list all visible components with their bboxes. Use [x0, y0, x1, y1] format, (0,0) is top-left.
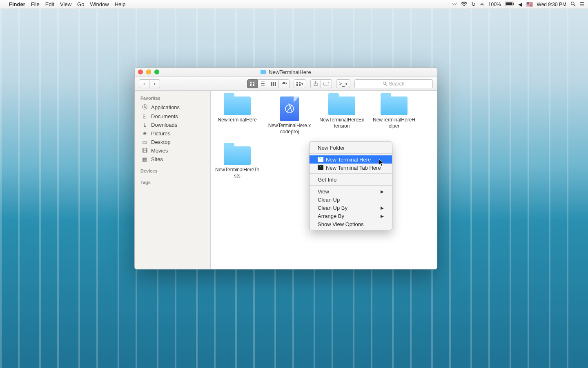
zoom-button[interactable] [154, 70, 159, 74]
menu-item-label: New Terminal Tab Here [326, 165, 381, 171]
menubar-clock[interactable]: Wed 9:30 PM [537, 2, 566, 7]
sidebar-item-applications[interactable]: ⒶApplications [135, 102, 210, 112]
menubar-item-edit[interactable]: Edit [45, 1, 54, 7]
volume-icon[interactable]: ◀ [518, 1, 522, 7]
minimize-button[interactable] [146, 70, 151, 74]
notification-center-icon[interactable]: ☰ [580, 1, 585, 7]
movies-icon: 🎞 [141, 148, 148, 154]
svg-point-21 [383, 82, 386, 84]
file-item[interactable]: NewTerminalHereHelper [372, 96, 416, 135]
menu-item-clean-up[interactable]: Clean Up [310, 195, 392, 204]
svg-rect-15 [296, 82, 298, 83]
view-columns-button[interactable] [268, 79, 279, 88]
folder-icon [328, 96, 355, 115]
menu-item-new-terminal-here[interactable]: New Terminal Here [310, 155, 392, 164]
folder-icon [224, 146, 251, 165]
view-list-button[interactable]: ☰ [258, 79, 268, 88]
svg-rect-12 [283, 82, 285, 84]
menu-item-label: View [318, 188, 329, 195]
sidebar-item-movies[interactable]: 🎞Movies [135, 146, 210, 155]
file-label: NewTerminalHereTests [215, 167, 260, 179]
sidebar-header-devices: Devices [135, 167, 210, 175]
menu-item-new-folder[interactable]: New Folder [310, 144, 392, 152]
svg-rect-10 [273, 82, 274, 86]
menu-item-new-terminal-tab-here[interactable]: New Terminal Tab Here [310, 164, 392, 172]
share-button[interactable] [310, 79, 321, 88]
menubar-item-window[interactable]: Window [90, 1, 109, 7]
sidebar-item-label: Movies [151, 148, 168, 154]
menu-item-show-view-options[interactable]: Show View Options [310, 220, 392, 228]
menu-item-get-info[interactable]: Get Info [310, 175, 392, 184]
svg-rect-20 [323, 82, 329, 85]
battery-icon[interactable] [505, 1, 514, 7]
sidebar-header-tags: Tags [135, 178, 210, 186]
close-button[interactable] [138, 70, 143, 74]
tags-button[interactable] [321, 79, 332, 88]
search-input[interactable]: Search [354, 79, 433, 88]
submenu-arrow-icon: ▶ [381, 189, 384, 194]
bluetooth-icon[interactable]: ✳ [480, 1, 484, 7]
menubar-item-file[interactable]: File [31, 1, 40, 7]
sidebar-item-pictures[interactable]: ✷Pictures [135, 129, 210, 138]
svg-line-22 [385, 84, 387, 85]
pictures-icon: ✷ [141, 130, 148, 137]
menu-item-clean-up-by[interactable]: Clean Up By▶ [310, 204, 392, 212]
back-button[interactable]: ‹ [139, 79, 149, 88]
svg-rect-18 [299, 84, 301, 86]
svg-rect-5 [250, 82, 252, 83]
applications-icon: Ⓐ [141, 103, 148, 111]
spotlight-icon[interactable] [570, 1, 576, 8]
sidebar-item-label: Applications [151, 104, 180, 110]
svg-rect-9 [271, 82, 272, 86]
sidebar-item-label: Pictures [151, 130, 170, 137]
menu-item-label: Clean Up By [318, 205, 347, 211]
svg-rect-7 [250, 84, 252, 86]
svg-line-4 [574, 4, 575, 6]
file-item[interactable]: NewTerminalHere [215, 96, 260, 135]
sidebar-item-documents[interactable]: ⎘Documents [135, 112, 210, 121]
wifi-icon[interactable] [461, 1, 467, 7]
action-button[interactable]: >_ ▾ [336, 79, 350, 88]
battery-percent[interactable]: 100% [488, 2, 501, 7]
menu-item-arrange-by[interactable]: Arrange By▶ [310, 212, 392, 220]
xcodeproj-icon [280, 96, 299, 121]
input-flag-icon[interactable]: 🇺🇸 [526, 1, 533, 7]
toolbar: ‹ › ☰ ▾ >_ ▾ Search [135, 77, 437, 91]
downloads-icon: ⤓ [141, 122, 148, 128]
arrange-button[interactable]: ▾ [294, 79, 306, 88]
view-coverflow-button[interactable] [279, 79, 290, 88]
sidebar: Favorites ⒶApplications ⎘Documents ⤓Down… [135, 91, 211, 269]
file-item[interactable]: NewTerminalHereExtension [319, 96, 364, 135]
menubar-app-name[interactable]: Finder [9, 1, 25, 7]
menu-item-label: Clean Up [318, 197, 340, 203]
documents-icon: ⎘ [141, 113, 148, 119]
sidebar-item-sites[interactable]: ▦Sites [135, 155, 210, 164]
terminal-icon [318, 157, 323, 162]
sidebar-item-downloads[interactable]: ⤓Downloads [135, 121, 210, 129]
menuextra-icon[interactable]: 〰 [452, 1, 457, 7]
file-item[interactable]: NewTerminalHere.xcodeproj [267, 96, 312, 135]
nav-buttons: ‹ › [139, 79, 160, 88]
file-item[interactable]: NewTerminalHereTests [215, 146, 260, 179]
sites-icon: ▦ [141, 156, 148, 162]
folder-icon [224, 96, 251, 115]
svg-rect-16 [299, 82, 301, 83]
svg-rect-17 [296, 84, 298, 86]
view-icons-button[interactable] [247, 79, 258, 88]
submenu-arrow-icon: ▶ [381, 206, 384, 210]
forward-button[interactable]: › [149, 79, 160, 88]
timemachine-icon[interactable]: ↻ [471, 1, 476, 7]
svg-point-3 [571, 2, 574, 4]
menubar-item-view[interactable]: View [60, 1, 71, 7]
sidebar-item-label: Sites [151, 156, 163, 162]
titlebar[interactable]: NewTerminalHere [135, 68, 437, 77]
menubar-item-help[interactable]: Help [115, 1, 126, 7]
terminal-icon [318, 165, 323, 170]
menubar-item-go[interactable]: Go [77, 1, 84, 7]
file-label: NewTerminalHereHelper [372, 117, 416, 129]
menu-item-view[interactable]: View▶ [310, 187, 392, 195]
menu-item-label: Arrange By [318, 213, 344, 219]
sidebar-item-desktop[interactable]: ▭Desktop [135, 138, 210, 146]
window-title: NewTerminalHere [269, 69, 311, 75]
context-menu: New Folder New Terminal Here New Termina… [309, 141, 392, 230]
